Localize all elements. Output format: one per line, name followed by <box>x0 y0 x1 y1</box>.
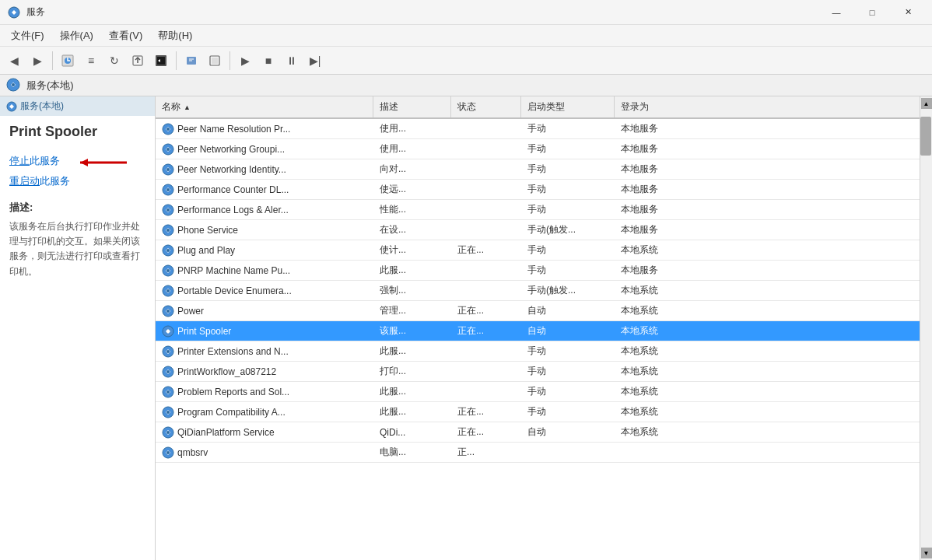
cell-name: PrintWorkflow_a087212 <box>156 362 373 381</box>
restart-label: 重启动 <box>9 175 40 187</box>
selected-service-title: Print Spooler <box>9 124 145 145</box>
cell-status: 正... <box>451 443 521 462</box>
header-startup[interactable]: 启动类型 <box>521 96 615 117</box>
cell-startup: 手动 <box>521 139 615 159</box>
minimize-button[interactable]: — <box>818 0 854 25</box>
menu-help[interactable]: 帮助(H) <box>150 26 200 46</box>
service-name-text: QiDianPlatform Service <box>177 427 275 438</box>
cell-desc: 此服... <box>373 261 451 280</box>
cell-desc: 打印... <box>373 362 451 381</box>
cell-startup: 手动 <box>521 119 615 138</box>
table-row[interactable]: Peer Name Resolution Pr... 使用... 手动 本地服务 <box>156 119 920 139</box>
cell-name: PNRP Machine Name Pu... <box>156 261 373 280</box>
cell-startup: 手动 <box>521 261 615 280</box>
back-button[interactable]: ◀ <box>3 50 25 72</box>
service-name-text: qmbsrv <box>177 447 208 458</box>
svg-point-20 <box>166 168 170 171</box>
table-row[interactable]: Program Compatibility A... 此服... 正在... 手… <box>156 402 920 422</box>
table-row[interactable]: Performance Logs & Aler... 性能... 手动 本地服务 <box>156 200 920 220</box>
cell-name: Peer Networking Groupi... <box>156 139 373 159</box>
scrollbar[interactable]: ▲ ▼ <box>920 96 932 560</box>
cell-name: Peer Name Resolution Pr... <box>156 119 373 138</box>
table-row[interactable]: Peer Networking Identity... 向对... 手动 本地服… <box>156 159 920 180</box>
menu-file[interactable]: 文件(F) <box>3 26 52 46</box>
step-button[interactable]: ▶| <box>304 50 326 72</box>
table-row[interactable]: Portable Device Enumera... 强制... 手动(触发..… <box>156 281 920 301</box>
properties-button[interactable] <box>204 50 226 72</box>
cell-status <box>451 220 521 240</box>
table-row[interactable]: Phone Service 在设... 手动(触发... 本地服务 <box>156 220 920 240</box>
scroll-down[interactable]: ▼ <box>921 548 932 558</box>
table-row[interactable]: Printer Extensions and N... 此服... 手动 本地系… <box>156 341 920 362</box>
cell-desc: 使远... <box>373 180 451 199</box>
menu-action[interactable]: 操作(A) <box>52 26 101 46</box>
service-name-text: PrintWorkflow_a087212 <box>177 366 276 377</box>
menu-view[interactable]: 查看(V) <box>101 26 150 46</box>
export-button[interactable] <box>127 50 149 72</box>
table-row[interactable]: Print Spooler 该服... 正在... 自动 本地系统 <box>156 321 920 341</box>
stop-service-link[interactable]: 停止此服务 <box>9 154 60 168</box>
cell-status <box>451 261 521 280</box>
table-row[interactable]: QiDianPlatform Service QiDi... 正在... 自动 … <box>156 422 920 443</box>
cell-desc: 使用... <box>373 119 451 138</box>
cell-name: Plug and Play <box>156 240 373 260</box>
app-icon <box>6 5 22 20</box>
header-status[interactable]: 状态 <box>451 96 521 117</box>
restart-service-link[interactable]: 重启动此服务 <box>9 174 145 188</box>
scroll-thumb[interactable] <box>920 117 931 156</box>
left-nav-item[interactable]: 服务(本地) <box>0 96 155 116</box>
cell-status <box>451 281 521 300</box>
cell-name: Printer Extensions and N... <box>156 341 373 361</box>
forward-button[interactable]: ▶ <box>26 50 48 72</box>
table-row[interactable]: Plug and Play 使计... 正在... 手动 本地系统 <box>156 240 920 261</box>
cell-status: 正在... <box>451 301 521 320</box>
table-header: 名称 描述 状态 启动类型 登录为 <box>156 96 920 119</box>
console-button[interactable] <box>150 50 172 72</box>
service-table[interactable]: 名称 描述 状态 启动类型 登录为 <box>156 96 920 560</box>
table-row[interactable]: PrintWorkflow_a087212 打印... 手动 本地系统 <box>156 362 920 382</box>
cell-status: 正在... <box>451 422 521 442</box>
table-row[interactable]: qmbsrv 电脑... 正... <box>156 443 920 463</box>
close-button[interactable]: ✕ <box>890 0 926 25</box>
home-button[interactable] <box>57 50 79 72</box>
cell-logon <box>615 443 692 462</box>
service-icon <box>162 345 174 358</box>
cell-logon: 本地服务 <box>615 200 692 219</box>
toolbar: ◀ ▶ ≡ ↻ ▶ <box>0 47 932 75</box>
table-row[interactable]: Performance Counter DL... 使远... 手动 本地服务 <box>156 180 920 200</box>
play-button[interactable]: ▶ <box>234 50 256 72</box>
address-icon <box>6 78 22 93</box>
header-name[interactable]: 名称 <box>156 96 373 117</box>
edit-button[interactable] <box>180 50 202 72</box>
svg-point-30 <box>166 269 170 272</box>
description-label: 描述: <box>9 201 145 215</box>
cell-startup <box>521 443 615 462</box>
cell-desc: 性能... <box>373 200 451 219</box>
table-row[interactable]: PNRP Machine Name Pu... 此服... 手动 本地服务 <box>156 261 920 281</box>
cell-startup: 自动 <box>521 321 615 341</box>
cell-logon: 本地系统 <box>615 341 692 361</box>
table-row[interactable]: Peer Networking Groupi... 使用... 手动 本地服务 <box>156 139 920 159</box>
header-desc[interactable]: 描述 <box>373 96 451 117</box>
stop-label: 停止 <box>9 155 30 166</box>
cell-status <box>451 119 521 138</box>
pause-button[interactable]: ⏸ <box>281 50 303 72</box>
cell-logon: 本地服务 <box>615 261 692 280</box>
table-row[interactable]: Problem Reports and Sol... 此服... 手动 本地系统 <box>156 382 920 402</box>
service-icon <box>162 426 174 439</box>
service-name-text: Performance Counter DL... <box>177 184 289 195</box>
table-body: Peer Name Resolution Pr... 使用... 手动 本地服务… <box>156 119 920 463</box>
scroll-up[interactable]: ▲ <box>921 98 932 109</box>
refresh-button[interactable]: ↻ <box>103 50 125 72</box>
list-button[interactable]: ≡ <box>80 50 102 72</box>
cell-status <box>451 362 521 381</box>
service-icon <box>162 285 174 297</box>
header-logon[interactable]: 登录为 <box>615 96 692 117</box>
cell-status: 正在... <box>451 402 521 422</box>
cell-name: Performance Counter DL... <box>156 180 373 199</box>
table-row[interactable]: Power 管理... 正在... 自动 本地系统 <box>156 301 920 321</box>
maximize-button[interactable]: □ <box>854 0 890 25</box>
stop-button[interactable]: ■ <box>258 50 279 72</box>
cell-startup: 手动 <box>521 200 615 219</box>
service-icon <box>162 143 174 156</box>
